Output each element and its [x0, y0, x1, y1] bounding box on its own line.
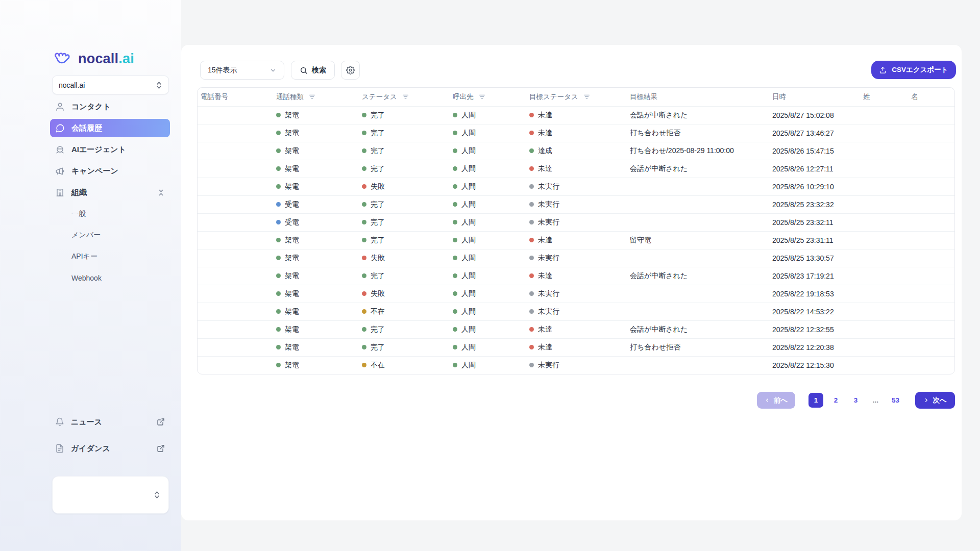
- filter-icon[interactable]: [478, 93, 486, 101]
- table-row[interactable]: 架電不在人間未実行2025/8/22 12:15:30: [198, 356, 955, 374]
- filter-icon[interactable]: [583, 93, 591, 101]
- column-header-phone: 電話番号: [198, 88, 273, 106]
- sidebar-subitem-webhook[interactable]: Webhook: [50, 269, 170, 287]
- cell-last_name: [860, 303, 908, 320]
- bell-icon: [55, 417, 64, 427]
- sidebar-item-campaign[interactable]: キャンペーン: [50, 162, 170, 180]
- page-button-3[interactable]: 3: [848, 393, 863, 408]
- cell-first_name: [908, 213, 955, 231]
- cell-call_type: 架電: [273, 285, 359, 303]
- workspace-select[interactable]: nocall.ai: [52, 76, 169, 94]
- sidebar-item-label: 会話履歴: [71, 123, 102, 133]
- status-dot: [362, 113, 366, 117]
- column-header-label: 日時: [772, 92, 786, 102]
- column-header-status[interactable]: ステータス: [359, 88, 450, 106]
- cell-last_name: [860, 267, 908, 285]
- cell-callee: 人間: [450, 160, 526, 178]
- settings-button[interactable]: [341, 61, 360, 80]
- table-row[interactable]: 受電完了人間未実行2025/8/25 23:32:32: [198, 195, 955, 213]
- sidebar-item-news[interactable]: ニュース: [50, 413, 170, 431]
- status-dot: [362, 345, 366, 349]
- cell-goal_status: 未実行: [526, 285, 627, 303]
- cell-callee: 人間: [450, 106, 526, 124]
- prev-page-button[interactable]: 前へ: [757, 392, 795, 409]
- cell-datetime: 2025/8/22 19:18:53: [769, 285, 860, 303]
- table-row[interactable]: 架電完了人間未達留守電2025/8/25 23:31:11: [198, 231, 955, 249]
- page-button-53[interactable]: 53: [888, 393, 903, 408]
- status-dot: [453, 220, 457, 224]
- table-row[interactable]: 架電失敗人間未実行2025/8/22 19:18:53: [198, 285, 955, 303]
- collapse-icon[interactable]: [157, 189, 165, 196]
- table-row[interactable]: 架電完了人間未達会話が中断された2025/8/27 15:02:08: [198, 106, 955, 124]
- cell-phone: [198, 160, 273, 178]
- export-icon: [879, 66, 887, 74]
- cell-first_name: [908, 195, 955, 213]
- cell-phone: [198, 338, 273, 356]
- column-header-callee[interactable]: 呼出先: [450, 88, 526, 106]
- status-dot: [276, 273, 281, 278]
- cell-status: 不在: [359, 303, 450, 320]
- next-page-button[interactable]: 次へ: [915, 392, 955, 409]
- status-dot: [362, 363, 366, 367]
- column-header-label: 目標結果: [630, 92, 657, 102]
- cell-last_name: [860, 106, 908, 124]
- cell-goal_result: 会話が中断された: [627, 267, 769, 285]
- column-header-label: 呼出先: [453, 92, 474, 102]
- cell-call_type: 架電: [273, 320, 359, 338]
- table-row[interactable]: 架電不在人間未実行2025/8/22 14:53:22: [198, 303, 955, 320]
- cell-goal_status: 未実行: [526, 178, 627, 195]
- logo-text: nocall.ai: [78, 51, 134, 67]
- filter-icon[interactable]: [402, 93, 409, 101]
- cell-goal_status: 未達: [526, 267, 627, 285]
- sidebar-subitem-members[interactable]: メンバー: [50, 226, 170, 244]
- cell-goal_status: 未達: [526, 106, 627, 124]
- status-dot: [362, 256, 366, 260]
- table-row[interactable]: 架電失敗人間未実行2025/8/25 13:30:57: [198, 249, 955, 267]
- table-row[interactable]: 架電完了人間未達会話が中断された2025/8/22 12:32:55: [198, 320, 955, 338]
- filter-icon[interactable]: [308, 93, 316, 101]
- cell-phone: [198, 231, 273, 249]
- cell-datetime: 2025/8/25 23:32:11: [769, 213, 860, 231]
- table-row[interactable]: 架電完了人間未達打ち合わせ拒否2025/8/22 12:20:38: [198, 338, 955, 356]
- account-selector[interactable]: [52, 476, 169, 514]
- cell-goal_result: [627, 356, 769, 374]
- cell-goal_result: 会話が中断された: [627, 106, 769, 124]
- status-dot: [529, 220, 534, 224]
- status-dot: [453, 273, 457, 278]
- status-dot: [529, 291, 534, 296]
- sidebar-item-organization[interactable]: 組織: [50, 183, 170, 202]
- sidebar-subitem-general[interactable]: 一般: [50, 205, 170, 223]
- sidebar-item-call-history[interactable]: 会話履歴: [50, 119, 170, 137]
- cell-call_type: 架電: [273, 267, 359, 285]
- status-dot: [362, 327, 366, 332]
- page-button-1[interactable]: 1: [808, 393, 823, 408]
- table-row[interactable]: 受電完了人間未実行2025/8/25 23:32:11: [198, 213, 955, 231]
- page-button-2[interactable]: 2: [828, 393, 843, 408]
- table-row[interactable]: 架電完了人間未達打ち合わせ拒否2025/8/27 13:46:27: [198, 124, 955, 142]
- status-dot: [362, 131, 366, 135]
- status-dot: [276, 363, 281, 367]
- table-row[interactable]: 架電完了人間達成打ち合わせ/2025-08-29 11:00:002025/8/…: [198, 142, 955, 160]
- sidebar-item-label: 組織: [71, 188, 87, 197]
- cell-phone: [198, 213, 273, 231]
- cell-goal_status: 達成: [526, 142, 627, 160]
- cell-goal_status: 未達: [526, 338, 627, 356]
- organization-submenu: 一般 メンバー APIキー Webhook: [50, 205, 170, 287]
- sidebar-item-ai-agent[interactable]: AIエージェント: [50, 140, 170, 159]
- next-page-label: 次へ: [933, 396, 946, 405]
- sidebar-item-guidance[interactable]: ガイダンス: [50, 440, 170, 457]
- csv-export-button[interactable]: CSVエクスポート: [871, 61, 956, 79]
- table-row[interactable]: 架電完了人間未達会話が中断された2025/8/26 12:27:11: [198, 160, 955, 178]
- column-header-goal_status[interactable]: 目標ステータス: [526, 88, 627, 106]
- cell-goal_status: 未達: [526, 124, 627, 142]
- table-row[interactable]: 架電完了人間未達会話が中断された2025/8/23 17:19:21: [198, 267, 955, 285]
- column-header-call_type[interactable]: 通話種類: [273, 88, 359, 106]
- cell-call_type: 架電: [273, 338, 359, 356]
- table-row[interactable]: 架電失敗人間未実行2025/8/26 10:29:10: [198, 178, 955, 195]
- search-button[interactable]: 検索: [291, 61, 335, 80]
- sidebar-subitem-api-keys[interactable]: APIキー: [50, 247, 170, 266]
- page-size-select[interactable]: 15件表示: [200, 61, 284, 80]
- sidebar-item-contacts[interactable]: コンタクト: [50, 97, 170, 116]
- external-link-icon: [157, 444, 165, 453]
- workspace-select-value: nocall.ai: [59, 81, 85, 89]
